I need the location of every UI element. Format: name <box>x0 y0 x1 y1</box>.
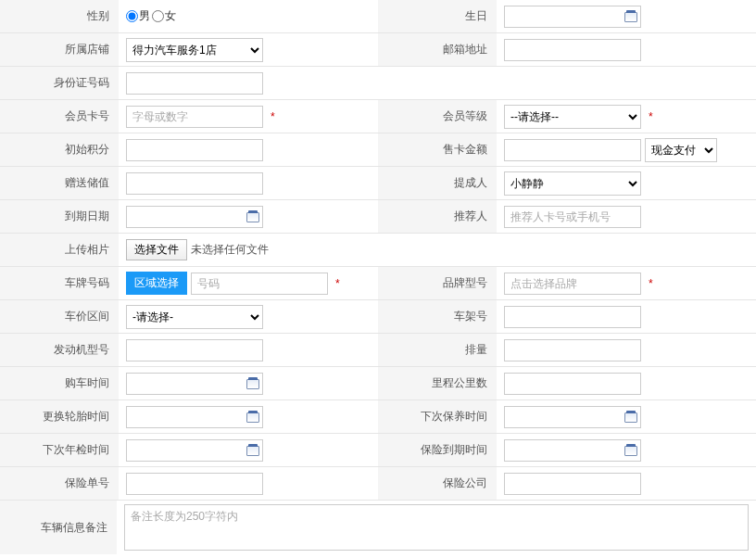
member-level-select[interactable]: --请选择-- <box>504 105 641 129</box>
birthday-input[interactable] <box>504 6 641 28</box>
insurance-expiry-label: 保险到期时间 <box>378 434 497 466</box>
gender-female-label: 女 <box>165 8 176 24</box>
plate-number-label: 车牌号码 <box>0 267 119 299</box>
gender-radio-group: 男 女 <box>126 8 176 24</box>
email-input[interactable] <box>504 39 641 61</box>
pay-method-select[interactable]: 现金支付 <box>645 138 717 162</box>
expiry-input[interactable] <box>126 206 263 228</box>
buy-time-input[interactable] <box>126 373 263 395</box>
mileage-label: 里程公里数 <box>378 367 497 399</box>
price-range-select[interactable]: -请选择- <box>126 305 263 329</box>
next-inspection-input[interactable] <box>126 439 263 462</box>
tire-replace-label: 更换轮胎时间 <box>0 400 119 433</box>
vin-label: 车架号 <box>378 300 497 333</box>
insurance-no-label: 保险单号 <box>0 467 119 500</box>
member-card-label: 会员卡号 <box>0 100 119 133</box>
card-amount-input[interactable] <box>504 139 641 161</box>
file-status: 未选择任何文件 <box>191 242 269 258</box>
brand-model-input[interactable] <box>504 273 641 295</box>
id-number-label: 身份证号码 <box>0 67 119 99</box>
engine-model-input[interactable] <box>126 339 263 361</box>
buy-time-label: 购车时间 <box>0 367 119 399</box>
gender-label: 性别 <box>0 0 119 32</box>
card-amount-label: 售卡金额 <box>378 133 497 166</box>
store-label: 所属店铺 <box>0 33 119 66</box>
vin-input[interactable] <box>504 306 641 328</box>
deposit-gift-input[interactable] <box>126 172 263 195</box>
price-range-label: 车价区间 <box>0 300 119 333</box>
required-mark: * <box>649 110 653 123</box>
insurance-no-input[interactable] <box>126 473 263 495</box>
vehicle-notes-textarea[interactable] <box>124 504 749 551</box>
mileage-input[interactable] <box>504 373 641 395</box>
required-mark: * <box>649 277 653 290</box>
required-mark: * <box>335 277 340 290</box>
gender-male-option[interactable]: 男 <box>126 8 150 24</box>
tire-replace-input[interactable] <box>126 406 263 428</box>
member-level-label: 会员等级 <box>378 100 497 133</box>
upload-photo-label: 上传相片 <box>0 234 119 266</box>
insurance-co-label: 保险公司 <box>378 467 497 500</box>
gender-female-option[interactable]: 女 <box>152 8 176 24</box>
gender-male-label: 男 <box>139 8 150 24</box>
plate-number-input[interactable] <box>191 273 328 295</box>
required-mark: * <box>271 110 275 123</box>
select-file-button[interactable]: 选择文件 <box>126 239 187 260</box>
referrer-label: 推荐人 <box>378 200 497 233</box>
init-points-input[interactable] <box>126 139 263 161</box>
expiry-label: 到期日期 <box>0 200 119 233</box>
email-label: 邮箱地址 <box>378 33 497 66</box>
birthday-label: 生日 <box>378 0 497 32</box>
promoter-select[interactable]: 小静静 <box>504 171 641 196</box>
id-number-input[interactable] <box>126 72 263 95</box>
region-select-button[interactable]: 区域选择 <box>126 272 187 295</box>
displacement-input[interactable] <box>504 339 641 361</box>
engine-model-label: 发动机型号 <box>0 334 119 366</box>
referrer-input[interactable] <box>504 206 641 228</box>
displacement-label: 排量 <box>378 334 497 366</box>
member-card-input[interactable] <box>126 106 263 128</box>
gender-male-radio[interactable] <box>126 10 138 22</box>
next-inspection-label: 下次年检时间 <box>0 434 119 466</box>
brand-model-label: 品牌型号 <box>378 267 497 299</box>
next-service-input[interactable] <box>504 406 641 428</box>
gender-female-radio[interactable] <box>152 10 164 22</box>
insurance-expiry-input[interactable] <box>504 439 641 462</box>
deposit-gift-label: 赠送储值 <box>0 167 119 199</box>
init-points-label: 初始积分 <box>0 133 119 166</box>
insurance-co-input[interactable] <box>504 473 641 495</box>
next-service-label: 下次保养时间 <box>378 400 497 433</box>
vehicle-notes-label: 车辆信息备注 <box>0 501 117 554</box>
promoter-label: 提成人 <box>378 167 497 199</box>
store-select[interactable]: 得力汽车服务1店 <box>126 38 263 62</box>
